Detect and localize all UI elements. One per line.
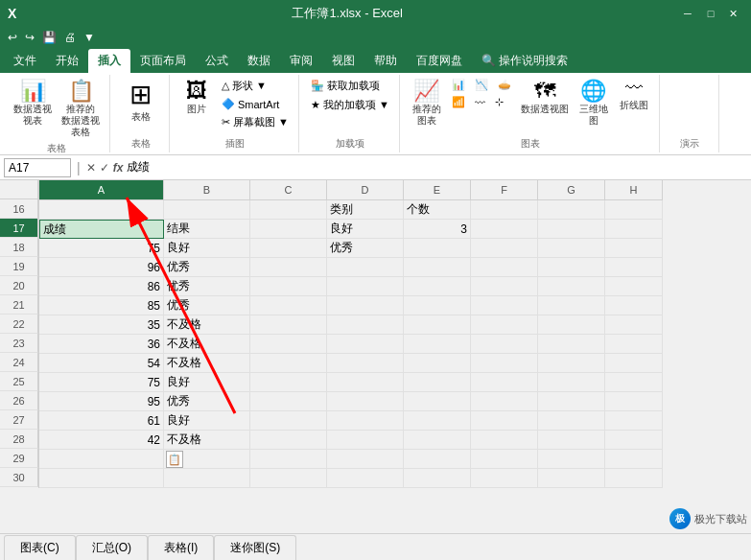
cell-g30[interactable] [538,469,605,488]
cell-b18[interactable]: 良好 [164,239,250,258]
cell-b16[interactable] [164,200,250,220]
minimize-button[interactable]: ─ [678,4,697,23]
cell-d24[interactable] [327,354,404,373]
cell-d23[interactable] [327,335,404,354]
cell-b19[interactable]: 优秀 [164,258,250,277]
cell-b23[interactable]: 不及格 [164,335,250,354]
cell-g23[interactable] [538,335,605,354]
cell-h29[interactable] [605,450,663,469]
cell-g26[interactable] [538,392,605,411]
cell-a16[interactable] [39,200,164,220]
cell-c20[interactable] [250,277,327,296]
formula-input[interactable] [127,161,747,175]
print-button[interactable]: 🖨 [62,31,78,44]
shapes-button[interactable]: △ 形状 ▼ [218,77,293,95]
recommend-pivot-button[interactable]: 📋 推荐的数据透视表格 [58,77,104,140]
cell-a17[interactable]: 成绩 [39,220,164,239]
cell-a20[interactable]: 86 [39,277,164,296]
line-chart-button[interactable]: 📉 [471,77,492,93]
cell-e23[interactable] [404,335,471,354]
cell-h30[interactable] [605,469,663,488]
bar-chart-button[interactable]: 📶 [448,94,469,110]
cell-e17[interactable]: 3 [404,220,471,239]
save-button[interactable]: 💾 [40,31,59,44]
cell-d27[interactable] [327,411,404,431]
pivot-chart-button[interactable]: 🗺 数据透视图 [517,77,573,117]
cell-d29[interactable] [327,450,404,469]
cell-f20[interactable] [471,277,538,296]
sparkline-button[interactable]: 〰 折线图 [615,77,653,113]
cell-d28[interactable] [327,431,404,450]
cell-e16[interactable]: 个数 [404,200,471,220]
cell-f21[interactable] [471,296,538,315]
cell-b17[interactable]: 结果 [164,220,250,239]
cell-c22[interactable] [250,315,327,335]
tab-pagelayout[interactable]: 页面布局 [130,49,196,73]
tab-data[interactable]: 数据 [238,49,280,73]
cell-c29[interactable] [250,450,327,469]
cell-f19[interactable] [471,258,538,277]
cell-f18[interactable] [471,239,538,258]
cell-g20[interactable] [538,277,605,296]
cell-e20[interactable] [404,277,471,296]
confirm-formula-icon[interactable]: ✓ [100,161,109,175]
cell-f23[interactable] [471,335,538,354]
cell-d16[interactable]: 类别 [327,200,404,220]
3d-map-button[interactable]: 🌐 三维地图 [575,77,613,128]
table-button[interactable]: ⊞ 表格 [122,77,160,125]
cell-c18[interactable] [250,239,327,258]
cell-d26[interactable] [327,392,404,411]
cell-g16[interactable] [538,200,605,220]
redo-button[interactable]: ↪ [23,31,36,44]
cell-d18[interactable]: 优秀 [327,239,404,258]
tab-file[interactable]: 文件 [4,49,46,73]
cell-d20[interactable] [327,277,404,296]
cell-f25[interactable] [471,373,538,392]
cell-a29[interactable] [39,450,164,469]
cell-a21[interactable]: 85 [39,296,164,315]
cell-a23[interactable]: 36 [39,335,164,354]
cell-h23[interactable] [605,335,663,354]
close-button[interactable]: ✕ [724,4,743,23]
sheet-tab-chart[interactable]: 图表(C) [4,535,76,560]
cell-a28[interactable]: 42 [39,431,164,450]
cell-e21[interactable] [404,296,471,315]
cell-g18[interactable] [538,239,605,258]
cell-h19[interactable] [605,258,663,277]
cell-e30[interactable] [404,469,471,488]
sheet-tab-sparkline[interactable]: 迷你图(S) [214,535,296,560]
cell-d21[interactable] [327,296,404,315]
cell-h27[interactable] [605,411,663,431]
cell-g19[interactable] [538,258,605,277]
cell-e25[interactable] [404,373,471,392]
tab-home[interactable]: 开始 [46,49,88,73]
screenshot-button[interactable]: ✂ 屏幕截图 ▼ [218,113,293,131]
column-chart-button[interactable]: 📊 [448,77,469,93]
cell-g27[interactable] [538,411,605,431]
cell-g28[interactable] [538,431,605,450]
cell-a26[interactable]: 95 [39,392,164,411]
cell-g25[interactable] [538,373,605,392]
cell-a19[interactable]: 96 [39,258,164,277]
tab-formula[interactable]: 公式 [196,49,238,73]
cell-e26[interactable] [404,392,471,411]
pie-chart-button[interactable]: 🥧 [494,77,515,93]
cell-b21[interactable]: 优秀 [164,296,250,315]
cell-f30[interactable] [471,469,538,488]
cell-c25[interactable] [250,373,327,392]
cell-f29[interactable] [471,450,538,469]
pivot-table-button[interactable]: 📊 数据透视视表 [10,77,56,128]
cell-e29[interactable] [404,450,471,469]
cell-h26[interactable] [605,392,663,411]
recommend-charts-button[interactable]: 📈 推荐的图表 [408,77,446,128]
cell-h28[interactable] [605,431,663,450]
cell-b28[interactable]: 不及格 [164,431,250,450]
cell-c26[interactable] [250,392,327,411]
area-chart-button[interactable]: 〰 [471,94,489,110]
cell-d17[interactable]: 良好 [327,220,404,239]
cell-h20[interactable] [605,277,663,296]
cell-a25[interactable]: 75 [39,373,164,392]
cell-b20[interactable]: 优秀 [164,277,250,296]
cell-f24[interactable] [471,354,538,373]
cell-f22[interactable] [471,315,538,335]
